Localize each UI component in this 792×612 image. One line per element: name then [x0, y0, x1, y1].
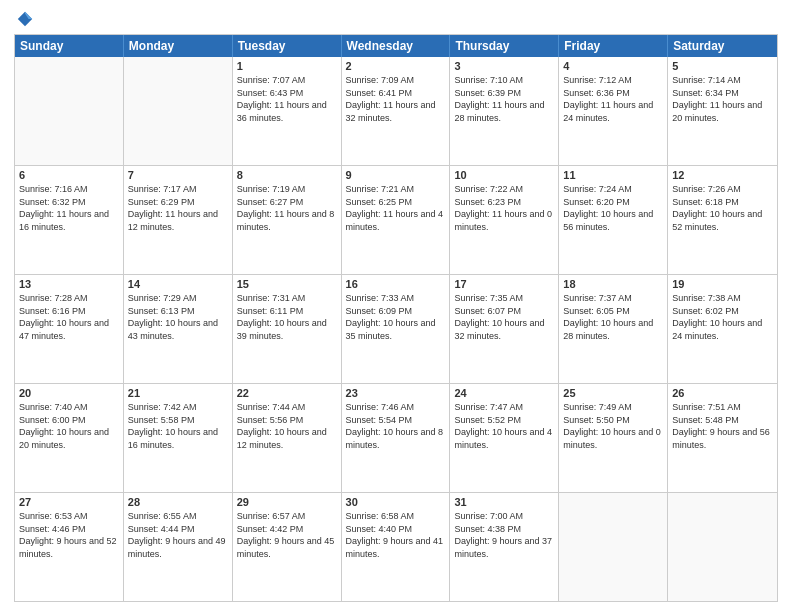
- calendar-cell: 11Sunrise: 7:24 AM Sunset: 6:20 PM Dayli…: [559, 166, 668, 274]
- calendar-cell: 7Sunrise: 7:17 AM Sunset: 6:29 PM Daylig…: [124, 166, 233, 274]
- calendar-cell: 26Sunrise: 7:51 AM Sunset: 5:48 PM Dayli…: [668, 384, 777, 492]
- day-number: 13: [19, 278, 119, 290]
- day-number: 8: [237, 169, 337, 181]
- day-number: 10: [454, 169, 554, 181]
- logo-icon: [16, 10, 34, 28]
- day-number: 4: [563, 60, 663, 72]
- calendar-cell: 4Sunrise: 7:12 AM Sunset: 6:36 PM Daylig…: [559, 57, 668, 165]
- day-info: Sunrise: 6:55 AM Sunset: 4:44 PM Dayligh…: [128, 510, 228, 560]
- calendar-cell: 19Sunrise: 7:38 AM Sunset: 6:02 PM Dayli…: [668, 275, 777, 383]
- weekday-header: Sunday: [15, 35, 124, 57]
- day-number: 26: [672, 387, 773, 399]
- day-info: Sunrise: 7:49 AM Sunset: 5:50 PM Dayligh…: [563, 401, 663, 451]
- day-number: 14: [128, 278, 228, 290]
- calendar-cell: 21Sunrise: 7:42 AM Sunset: 5:58 PM Dayli…: [124, 384, 233, 492]
- day-number: 15: [237, 278, 337, 290]
- day-number: 6: [19, 169, 119, 181]
- day-info: Sunrise: 7:38 AM Sunset: 6:02 PM Dayligh…: [672, 292, 773, 342]
- calendar-cell: 1Sunrise: 7:07 AM Sunset: 6:43 PM Daylig…: [233, 57, 342, 165]
- day-info: Sunrise: 7:14 AM Sunset: 6:34 PM Dayligh…: [672, 74, 773, 124]
- day-number: 3: [454, 60, 554, 72]
- calendar-cell: 10Sunrise: 7:22 AM Sunset: 6:23 PM Dayli…: [450, 166, 559, 274]
- day-info: Sunrise: 7:46 AM Sunset: 5:54 PM Dayligh…: [346, 401, 446, 451]
- day-info: Sunrise: 7:26 AM Sunset: 6:18 PM Dayligh…: [672, 183, 773, 233]
- day-info: Sunrise: 7:19 AM Sunset: 6:27 PM Dayligh…: [237, 183, 337, 233]
- calendar-week: 20Sunrise: 7:40 AM Sunset: 6:00 PM Dayli…: [15, 384, 777, 493]
- day-number: 31: [454, 496, 554, 508]
- day-number: 16: [346, 278, 446, 290]
- calendar-cell: 3Sunrise: 7:10 AM Sunset: 6:39 PM Daylig…: [450, 57, 559, 165]
- day-info: Sunrise: 6:58 AM Sunset: 4:40 PM Dayligh…: [346, 510, 446, 560]
- day-number: 23: [346, 387, 446, 399]
- day-number: 2: [346, 60, 446, 72]
- day-info: Sunrise: 7:09 AM Sunset: 6:41 PM Dayligh…: [346, 74, 446, 124]
- weekday-header: Monday: [124, 35, 233, 57]
- day-info: Sunrise: 7:12 AM Sunset: 6:36 PM Dayligh…: [563, 74, 663, 124]
- weekday-header: Thursday: [450, 35, 559, 57]
- calendar-cell: 24Sunrise: 7:47 AM Sunset: 5:52 PM Dayli…: [450, 384, 559, 492]
- day-info: Sunrise: 7:42 AM Sunset: 5:58 PM Dayligh…: [128, 401, 228, 451]
- day-info: Sunrise: 7:16 AM Sunset: 6:32 PM Dayligh…: [19, 183, 119, 233]
- day-number: 12: [672, 169, 773, 181]
- day-info: Sunrise: 7:28 AM Sunset: 6:16 PM Dayligh…: [19, 292, 119, 342]
- calendar-cell: 25Sunrise: 7:49 AM Sunset: 5:50 PM Dayli…: [559, 384, 668, 492]
- calendar-cell: [668, 493, 777, 601]
- day-number: 11: [563, 169, 663, 181]
- day-number: 1: [237, 60, 337, 72]
- day-info: Sunrise: 7:22 AM Sunset: 6:23 PM Dayligh…: [454, 183, 554, 233]
- page: SundayMondayTuesdayWednesdayThursdayFrid…: [0, 0, 792, 612]
- day-info: Sunrise: 7:47 AM Sunset: 5:52 PM Dayligh…: [454, 401, 554, 451]
- day-number: 7: [128, 169, 228, 181]
- calendar-cell: 22Sunrise: 7:44 AM Sunset: 5:56 PM Dayli…: [233, 384, 342, 492]
- calendar-cell: 8Sunrise: 7:19 AM Sunset: 6:27 PM Daylig…: [233, 166, 342, 274]
- calendar-week: 1Sunrise: 7:07 AM Sunset: 6:43 PM Daylig…: [15, 57, 777, 166]
- logo: [14, 10, 34, 28]
- day-info: Sunrise: 7:44 AM Sunset: 5:56 PM Dayligh…: [237, 401, 337, 451]
- calendar-cell: 2Sunrise: 7:09 AM Sunset: 6:41 PM Daylig…: [342, 57, 451, 165]
- calendar-week: 6Sunrise: 7:16 AM Sunset: 6:32 PM Daylig…: [15, 166, 777, 275]
- day-info: Sunrise: 6:57 AM Sunset: 4:42 PM Dayligh…: [237, 510, 337, 560]
- calendar-cell: 17Sunrise: 7:35 AM Sunset: 6:07 PM Dayli…: [450, 275, 559, 383]
- calendar-cell: 31Sunrise: 7:00 AM Sunset: 4:38 PM Dayli…: [450, 493, 559, 601]
- day-info: Sunrise: 7:00 AM Sunset: 4:38 PM Dayligh…: [454, 510, 554, 560]
- day-info: Sunrise: 7:31 AM Sunset: 6:11 PM Dayligh…: [237, 292, 337, 342]
- calendar-cell: 23Sunrise: 7:46 AM Sunset: 5:54 PM Dayli…: [342, 384, 451, 492]
- day-info: Sunrise: 7:37 AM Sunset: 6:05 PM Dayligh…: [563, 292, 663, 342]
- header: [14, 10, 778, 28]
- weekday-header: Friday: [559, 35, 668, 57]
- day-number: 24: [454, 387, 554, 399]
- calendar-cell: 12Sunrise: 7:26 AM Sunset: 6:18 PM Dayli…: [668, 166, 777, 274]
- calendar-cell: 18Sunrise: 7:37 AM Sunset: 6:05 PM Dayli…: [559, 275, 668, 383]
- calendar-cell: [15, 57, 124, 165]
- calendar-cell: 20Sunrise: 7:40 AM Sunset: 6:00 PM Dayli…: [15, 384, 124, 492]
- day-info: Sunrise: 6:53 AM Sunset: 4:46 PM Dayligh…: [19, 510, 119, 560]
- day-info: Sunrise: 7:33 AM Sunset: 6:09 PM Dayligh…: [346, 292, 446, 342]
- calendar-week: 27Sunrise: 6:53 AM Sunset: 4:46 PM Dayli…: [15, 493, 777, 601]
- calendar-cell: 27Sunrise: 6:53 AM Sunset: 4:46 PM Dayli…: [15, 493, 124, 601]
- day-number: 21: [128, 387, 228, 399]
- day-number: 28: [128, 496, 228, 508]
- calendar-cell: 14Sunrise: 7:29 AM Sunset: 6:13 PM Dayli…: [124, 275, 233, 383]
- weekday-header: Tuesday: [233, 35, 342, 57]
- day-number: 5: [672, 60, 773, 72]
- calendar: SundayMondayTuesdayWednesdayThursdayFrid…: [14, 34, 778, 602]
- calendar-body: 1Sunrise: 7:07 AM Sunset: 6:43 PM Daylig…: [15, 57, 777, 601]
- day-info: Sunrise: 7:51 AM Sunset: 5:48 PM Dayligh…: [672, 401, 773, 451]
- day-number: 17: [454, 278, 554, 290]
- calendar-cell: 29Sunrise: 6:57 AM Sunset: 4:42 PM Dayli…: [233, 493, 342, 601]
- calendar-cell: 30Sunrise: 6:58 AM Sunset: 4:40 PM Dayli…: [342, 493, 451, 601]
- day-number: 29: [237, 496, 337, 508]
- weekday-header: Wednesday: [342, 35, 451, 57]
- calendar-cell: 28Sunrise: 6:55 AM Sunset: 4:44 PM Dayli…: [124, 493, 233, 601]
- calendar-cell: [559, 493, 668, 601]
- day-number: 27: [19, 496, 119, 508]
- day-number: 22: [237, 387, 337, 399]
- day-info: Sunrise: 7:21 AM Sunset: 6:25 PM Dayligh…: [346, 183, 446, 233]
- calendar-header: SundayMondayTuesdayWednesdayThursdayFrid…: [15, 35, 777, 57]
- weekday-header: Saturday: [668, 35, 777, 57]
- day-number: 9: [346, 169, 446, 181]
- calendar-cell: [124, 57, 233, 165]
- day-number: 30: [346, 496, 446, 508]
- day-number: 19: [672, 278, 773, 290]
- calendar-cell: 16Sunrise: 7:33 AM Sunset: 6:09 PM Dayli…: [342, 275, 451, 383]
